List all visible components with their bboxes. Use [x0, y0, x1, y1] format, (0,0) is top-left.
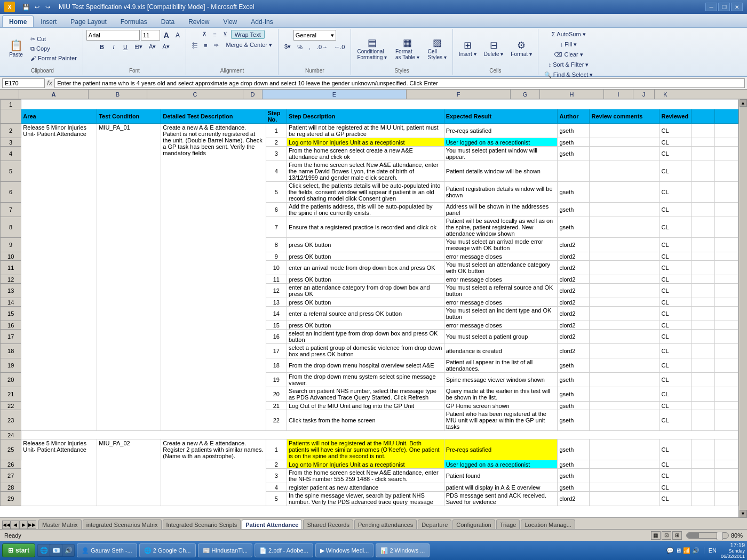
tab-data[interactable]: Data	[154, 15, 181, 27]
increase-font-button[interactable]: A	[161, 30, 172, 41]
autosum-button[interactable]: Σ AutoSum ▾	[549, 30, 588, 39]
percent-button[interactable]: %	[295, 42, 305, 51]
qat-undo[interactable]: ↩	[32, 2, 42, 12]
formula-input[interactable]: Enter the patient name who is 4 years ol…	[54, 78, 745, 88]
fill-color-button[interactable]: A▾	[146, 42, 158, 51]
scroll-track[interactable]	[740, 107, 747, 510]
decrease-font-button[interactable]: A	[173, 30, 182, 40]
qat-save[interactable]: 💾	[21, 2, 31, 12]
tab-integrated-scenarios[interactable]: integrated Scenarios Matrix	[83, 519, 162, 529]
table-row[interactable]: 2 Release 5 Minor Injuries Unit- Patient…	[1, 124, 738, 138]
align-right-button[interactable]: ⬲	[211, 41, 222, 50]
font-size-box[interactable]: 11	[141, 30, 160, 41]
paste-button[interactable]: 📋 Paste	[5, 37, 27, 59]
quick-launch-3[interactable]: 🔊	[62, 545, 74, 556]
start-button[interactable]: ⊞ start	[2, 543, 35, 557]
align-top-button[interactable]: ⊼	[200, 30, 209, 39]
empty-cell[interactable]	[21, 100, 738, 109]
quick-launch-2[interactable]: 📧	[50, 545, 62, 556]
tab-addins[interactable]: Add-Ins	[244, 15, 280, 27]
vertical-scrollbar[interactable]: ▲ ▼	[738, 99, 747, 517]
sheet-nav-last[interactable]: ▶▶	[28, 521, 36, 529]
grid-scroll[interactable]: 1 Area Test Condition Detailed Test Desc…	[0, 99, 738, 517]
col-header-c[interactable]: C	[147, 90, 243, 99]
taskbar-chrome1[interactable]: 🌐 2 Google Ch...	[139, 543, 196, 557]
comma-button[interactable]: ,	[306, 42, 313, 51]
copy-button[interactable]: ⧉ Copy	[28, 44, 80, 53]
tab-home[interactable]: Home	[2, 15, 34, 27]
dec-decimal-button[interactable]: ←.0	[331, 42, 347, 51]
taskbar-adobe[interactable]: 📄 2.pdf - Adobe...	[255, 543, 313, 557]
tab-departure[interactable]: Departure	[418, 519, 451, 529]
underline-button[interactable]: U	[120, 43, 131, 51]
col-header-a[interactable]: A	[19, 90, 89, 99]
page-layout-button[interactable]: ⊡	[662, 531, 671, 540]
taskbar-gaurav[interactable]: 👤 Gaurav Seth -...	[77, 543, 137, 557]
sheet-nav-next[interactable]: ▶	[19, 521, 28, 529]
qat-redo[interactable]: ↪	[43, 2, 52, 12]
number-format-dropdown[interactable]: General ▾	[293, 30, 336, 41]
tray-sound[interactable]: 🔊	[692, 547, 700, 554]
inc-decimal-button[interactable]: .0→	[314, 42, 330, 51]
sheet-nav-first[interactable]: ◀◀	[2, 521, 11, 529]
col-header-g[interactable]: G	[511, 90, 540, 99]
col-header-h[interactable]: H	[540, 90, 604, 99]
align-center-button[interactable]: ≡	[201, 41, 210, 50]
align-middle-button[interactable]: ≡	[210, 30, 219, 39]
font-name-box[interactable]: Arial	[86, 30, 140, 41]
font-color-button[interactable]: A▾	[160, 42, 172, 51]
insert-cells-button[interactable]: ⊞ Insert ▾	[456, 38, 479, 59]
cut-button[interactable]: ✂ Cut	[28, 35, 80, 44]
format-painter-button[interactable]: 🖌 Format Painter	[28, 54, 80, 62]
table-row[interactable]: 25 Release 5 Minor Injuries Unit- Patien…	[1, 439, 738, 460]
tab-patient-attendance[interactable]: Patient Attendance	[242, 519, 302, 529]
delete-cells-button[interactable]: ⊟ Delete ▾	[481, 38, 506, 59]
name-box[interactable]: E170	[2, 78, 45, 88]
cell-styles-button[interactable]: ▨ CellStyles ▾	[425, 35, 449, 62]
format-cells-button[interactable]: ⚙ Format ▾	[508, 38, 534, 59]
tab-master-matrix[interactable]: Master Matrix	[38, 519, 82, 529]
sort-filter-button[interactable]: ↕ Sort & Filter ▾	[546, 60, 592, 69]
tab-pending-attendances[interactable]: Pending attendances	[354, 519, 417, 529]
close-button[interactable]: ✕	[731, 3, 743, 11]
tab-configuration[interactable]: Configuration	[452, 519, 495, 529]
taskbar-windows-media[interactable]: ▶ Windows Medi...	[315, 543, 374, 557]
tab-scenario-scripts[interactable]: Integrated Scenario Scripts	[163, 519, 241, 529]
tray-teamviewer[interactable]: 🖥	[676, 547, 681, 554]
tab-formulas[interactable]: Formulas	[114, 15, 154, 27]
taskbar-excel[interactable]: 📊 2 Windows ...	[376, 543, 430, 557]
zoom-slider-thumb[interactable]	[717, 532, 723, 540]
scroll-up-button[interactable]: ▲	[740, 99, 747, 107]
tray-network[interactable]: 📶	[683, 547, 690, 554]
tab-location-manag[interactable]: Location Manag...	[521, 519, 575, 529]
tab-insert[interactable]: Insert	[34, 15, 63, 27]
tab-triage[interactable]: Triage	[496, 519, 520, 529]
tray-skype[interactable]: 💬	[666, 547, 674, 554]
scroll-down-button[interactable]: ▼	[740, 510, 747, 517]
col-header-e[interactable]: E	[263, 90, 407, 99]
normal-view-button[interactable]: ▦	[651, 531, 661, 540]
fill-button[interactable]: ↓ Fill ▾	[558, 40, 580, 49]
conditional-formatting-button[interactable]: ▤ ConditionalFormatting ▾	[354, 35, 390, 62]
col-header-d[interactable]: D	[243, 90, 263, 99]
minimize-button[interactable]: ─	[705, 3, 717, 11]
tab-page-layout[interactable]: Page Layout	[63, 15, 113, 27]
tab-view[interactable]: View	[216, 15, 244, 27]
col-header-j[interactable]: J	[633, 90, 655, 99]
page-break-button[interactable]: ⊞	[672, 531, 682, 540]
quick-launch-1[interactable]: 🌐	[38, 545, 50, 556]
align-bottom-button[interactable]: ⊻	[220, 30, 230, 39]
col-header-k[interactable]: K	[655, 90, 676, 99]
bold-button[interactable]: B	[97, 43, 107, 51]
col-header-b[interactable]: B	[89, 90, 147, 99]
wrap-text-button[interactable]: Wrap Text	[231, 30, 265, 39]
restore-button[interactable]: ❐	[718, 3, 730, 11]
merge-center-button[interactable]: Merge & Center ▾	[223, 41, 275, 50]
clear-button[interactable]: ⌫ Clear ▾	[551, 50, 585, 59]
tab-shared-records[interactable]: Shared Records	[303, 519, 353, 529]
zoom-slider[interactable]	[686, 532, 729, 539]
italic-button[interactable]: I	[108, 43, 119, 51]
col-header-i[interactable]: I	[604, 90, 633, 99]
align-left-button[interactable]: ⬱	[189, 41, 200, 50]
taskbar-hindustan[interactable]: 📰 HindustanTi...	[198, 543, 252, 557]
